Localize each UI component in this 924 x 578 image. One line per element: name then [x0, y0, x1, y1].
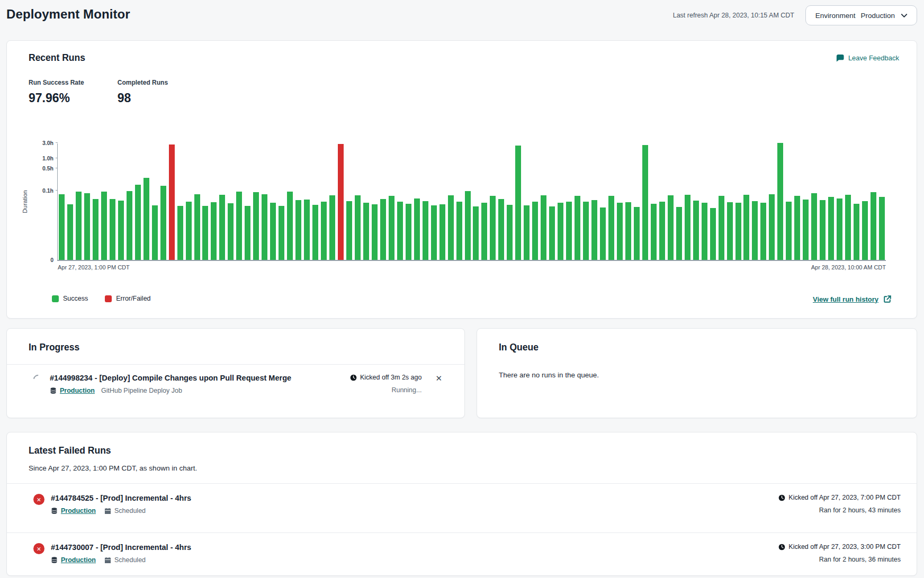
environment-link[interactable]: Production [51, 507, 96, 514]
chart-bar-success[interactable] [76, 192, 82, 260]
chart-bar-success[interactable] [304, 200, 310, 260]
chart-bar-success[interactable] [625, 202, 631, 260]
chart-bar-success[interactable] [591, 200, 597, 260]
chart-bar-success[interactable] [389, 196, 394, 260]
chart-bar-success[interactable] [406, 204, 411, 260]
chart-bar-success[interactable] [423, 201, 428, 260]
chart-bar-success[interactable] [743, 195, 749, 260]
chart-bar-success[interactable] [312, 205, 318, 260]
chart-bar-success[interactable] [414, 198, 420, 260]
chart-bar-success[interactable] [600, 207, 606, 260]
chart-bar-success[interactable] [363, 203, 369, 260]
chart-bar-success[interactable] [769, 194, 775, 260]
chart-bar-success[interactable] [177, 206, 183, 260]
chart-bar-success[interactable] [245, 206, 250, 260]
chart-bar-success[interactable] [862, 201, 868, 260]
chart-bar-success[interactable] [727, 202, 733, 260]
chart-bar-success[interactable] [253, 192, 259, 260]
chart-bar-success[interactable] [524, 205, 530, 260]
chart-bar-success[interactable] [566, 202, 572, 260]
chart-bar-success[interactable] [651, 204, 657, 260]
chart-bar-success[interactable] [372, 204, 378, 260]
chart-bar-success[interactable] [127, 191, 132, 260]
chart-bar-success[interactable] [583, 202, 589, 260]
chart-bar-success[interactable] [820, 200, 826, 260]
chart-bar-success[interactable] [101, 192, 107, 260]
chart-bar-success[interactable] [329, 195, 335, 260]
failed-run-row[interactable]: ✕ #144784525 - [Prod] Incremental - 4hrs… [33, 494, 901, 514]
chart-bar-success[interactable] [473, 206, 479, 260]
chart-bar-success[interactable] [321, 202, 327, 260]
chart-bar-success[interactable] [84, 193, 90, 260]
chart-bar-success[interactable] [431, 205, 437, 260]
chart-bar-success[interactable] [110, 199, 115, 260]
chart-bar-success[interactable] [93, 199, 98, 260]
view-full-run-history-link[interactable]: View full run history [813, 295, 892, 303]
chart-bar-success[interactable] [67, 204, 73, 260]
chart-bar-success[interactable] [287, 192, 293, 260]
in-progress-run-row[interactable]: #144998234 - [Deploy] Compile Changes up… [33, 374, 442, 394]
chart-bar-success[interactable] [803, 200, 809, 260]
chart-bar-success[interactable] [118, 201, 124, 260]
chart-bar-success[interactable] [397, 202, 403, 260]
chart-bar-success[interactable] [719, 196, 724, 260]
chart-bar-success[interactable] [777, 143, 783, 260]
chart-bar-success[interactable] [541, 195, 546, 260]
chart-bar-success[interactable] [355, 195, 361, 260]
chart-bar-success[interactable] [194, 194, 200, 260]
chart-bar-success[interactable] [262, 194, 267, 260]
chart-bar-success[interactable] [811, 193, 817, 260]
chart-bar-success[interactable] [135, 185, 141, 260]
environment-dropdown[interactable]: Environment Production [805, 5, 917, 25]
chart-bar-success[interactable] [752, 201, 758, 260]
chart-bar-success[interactable] [558, 203, 563, 260]
environment-link[interactable]: Production [50, 387, 95, 394]
chart-bar-success[interactable] [219, 195, 225, 260]
close-icon[interactable]: ✕ [435, 374, 442, 383]
chart-bar-success[interactable] [211, 202, 217, 260]
leave-feedback-link[interactable]: Leave Feedback [836, 53, 899, 62]
chart-bar-success[interactable] [236, 192, 242, 260]
chart-bar-success[interactable] [202, 206, 208, 260]
chart-bar-success[interactable] [346, 201, 352, 260]
chart-bar-success[interactable] [693, 201, 699, 260]
chart-bar-success[interactable] [735, 203, 741, 260]
chart-bar-success[interactable] [879, 197, 885, 260]
chart-bar-success[interactable] [481, 203, 487, 260]
chart-bar-success[interactable] [710, 208, 716, 260]
chart-bar-success[interactable] [634, 207, 640, 260]
chart-bar-success[interactable] [760, 203, 766, 260]
chart-bar-success[interactable] [608, 196, 614, 260]
chart-bar-success[interactable] [515, 146, 521, 260]
chart-bar-success[interactable] [668, 195, 674, 260]
chart-bar-success[interactable] [828, 197, 834, 260]
chart-bar-success[interactable] [676, 207, 682, 260]
chart-bar-success[interactable] [498, 199, 504, 260]
chart-bar-success[interactable] [448, 195, 454, 260]
chart-bar-success[interactable] [854, 204, 859, 260]
chart-bar-success[interactable] [279, 206, 284, 260]
chart-bar-success[interactable] [490, 196, 496, 260]
chart-bar-success[interactable] [642, 145, 648, 260]
chart-bar-success[interactable] [59, 194, 65, 260]
chart-bar-success[interactable] [295, 200, 301, 260]
chart-bar-success[interactable] [786, 202, 792, 260]
environment-link[interactable]: Production [51, 556, 96, 564]
chart-bar-success[interactable] [659, 202, 665, 260]
chart-bar-failed[interactable] [169, 144, 175, 260]
chart-bar-success[interactable] [380, 199, 386, 260]
chart-bar-success[interactable] [143, 178, 149, 260]
chart-bar-success[interactable] [186, 202, 192, 260]
chart-bar-success[interactable] [845, 195, 851, 260]
chart-bar-success[interactable] [794, 196, 800, 260]
chart-bar-success[interactable] [439, 204, 445, 260]
chart-bar-success[interactable] [270, 203, 276, 260]
chart-bar-success[interactable] [617, 203, 623, 260]
chart-bar-success[interactable] [575, 196, 580, 260]
failed-run-row[interactable]: ✕ #144730007 - [Prod] Incremental - 4hrs… [33, 543, 901, 564]
chart-bar-success[interactable] [160, 186, 166, 260]
chart-bar-success[interactable] [228, 203, 234, 260]
chart-bar-success[interactable] [152, 205, 158, 260]
chart-bar-success[interactable] [549, 206, 555, 260]
chart-bar-success[interactable] [507, 205, 513, 260]
